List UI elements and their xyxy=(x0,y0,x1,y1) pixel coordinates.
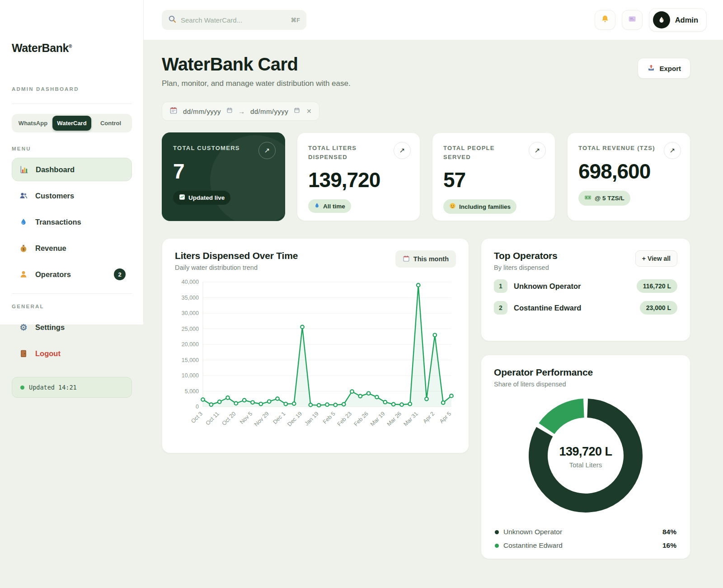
svg-text:Feb 5: Feb 5 xyxy=(322,410,337,425)
open-detail-button[interactable]: ↗ xyxy=(529,142,546,159)
calendar-icon xyxy=(403,255,410,263)
stat-badge-label: @ 5 TZS/L xyxy=(595,195,624,202)
search-shortcut: ⌘F xyxy=(291,17,300,24)
sidebar-item-label: Settings xyxy=(35,323,65,332)
range-select-button[interactable]: This month xyxy=(395,250,456,268)
tab-watercard[interactable]: WaterCard xyxy=(52,116,91,131)
stat-badge-label: All time xyxy=(323,203,345,210)
svg-text:Nov 5: Nov 5 xyxy=(239,410,254,425)
legend-percent: 16% xyxy=(662,541,676,550)
smiley-icon xyxy=(449,202,456,211)
svg-text:Dec 1: Dec 1 xyxy=(272,410,286,425)
svg-text:Oct 11: Oct 11 xyxy=(205,410,221,426)
svg-text:Oct 3: Oct 3 xyxy=(190,410,204,424)
svg-text:0: 0 xyxy=(196,404,199,410)
legend-row: Costantine Edward 16% xyxy=(494,539,677,552)
sidebar-item-logout[interactable]: Logout xyxy=(12,342,132,365)
chart-title: Liters Dispensed Over Time xyxy=(175,250,298,261)
sidebar-menu: Dashboard Customers Transactions $ Reven… xyxy=(12,158,132,286)
admin-label: Admin xyxy=(675,16,698,24)
sidebar-item-label: Transactions xyxy=(35,218,81,226)
performance-title: Operator Performance xyxy=(494,367,677,378)
export-label: Export xyxy=(659,65,681,72)
svg-text:Mar 26: Mar 26 xyxy=(386,410,403,427)
view-all-button[interactable]: + View all xyxy=(635,250,677,267)
operator-row[interactable]: 1 Unknown Operator 116,720 L xyxy=(494,279,677,293)
svg-text:20,000: 20,000 xyxy=(182,341,199,348)
performance-subtitle: Share of liters dispensed xyxy=(494,381,677,388)
tab-whatsapp[interactable]: WhatsApp xyxy=(14,116,52,131)
stat-value: 57 xyxy=(443,168,544,192)
search-input[interactable] xyxy=(181,16,286,24)
tab-control[interactable]: Control xyxy=(91,116,130,131)
money-bag-icon: $ xyxy=(18,244,29,253)
svg-text:10,000: 10,000 xyxy=(182,372,199,379)
stat-value: 7 xyxy=(173,159,274,183)
search-box[interactable]: ⌘F xyxy=(162,10,306,30)
stat-badge: Updated live xyxy=(173,191,230,205)
open-detail-button[interactable]: ↗ xyxy=(394,142,411,159)
open-detail-button[interactable]: ↗ xyxy=(664,142,681,159)
page-subtitle: Plan, monitor, and manage water distribu… xyxy=(162,79,351,88)
sidebar-item-revenue[interactable]: $ Revenue xyxy=(12,236,132,260)
svg-text:Feb 23: Feb 23 xyxy=(336,410,353,427)
calendar-outline-icon[interactable] xyxy=(226,107,233,115)
arrow-up-right-icon: ↗ xyxy=(264,146,270,155)
arrow-up-right-icon: ↗ xyxy=(670,146,676,155)
calendar-outline-icon[interactable] xyxy=(294,107,300,115)
export-button[interactable]: Export xyxy=(638,58,690,79)
date-end-field[interactable]: dd/mm/yyyy xyxy=(250,108,288,115)
stat-card-total-revenue: TOTAL REVENUE (TZS) ↗ 698,600 @ 5 TZS/L xyxy=(567,132,690,221)
divider xyxy=(12,103,132,104)
liters-line-chart: 05,00010,00015,00020,00025,00030,00035,0… xyxy=(175,278,456,438)
chart-subtitle: Daily water distribution trend xyxy=(175,264,298,271)
rank-badge: 1 xyxy=(494,279,507,293)
legend-name: Unknown Operator xyxy=(503,528,658,536)
sidebar-general-menu: ⚙ Settings Logout xyxy=(12,315,132,365)
bar-chart-icon xyxy=(19,165,29,174)
stat-badge: Including families xyxy=(443,199,516,214)
sidebar-item-label: Dashboard xyxy=(36,165,75,174)
open-detail-button[interactable]: ↗ xyxy=(258,142,276,159)
sidebar-item-operators[interactable]: Operators 2 xyxy=(12,263,132,286)
status-dot-icon xyxy=(20,386,24,390)
cards-button[interactable] xyxy=(622,10,643,30)
page-title: WaterBank Card xyxy=(162,54,351,75)
water-drop-icon xyxy=(18,218,29,226)
svg-text:15,000: 15,000 xyxy=(182,357,199,363)
operators-count-badge: 2 xyxy=(114,268,126,280)
top-operators-card: Top Operators By liters dispensed + View… xyxy=(481,238,690,341)
topbar: ⌘F Admin xyxy=(144,0,723,40)
svg-text:Nov 29: Nov 29 xyxy=(253,410,270,428)
operator-row[interactable]: 2 Costantine Edward 23,000 L xyxy=(494,301,677,315)
operator-liters-badge: 116,720 L xyxy=(637,279,677,293)
close-icon[interactable]: ✕ xyxy=(305,108,312,115)
section-label-general: GENERAL xyxy=(12,304,132,309)
donut-legend: Unknown Operator 84% Costantine Edward 1… xyxy=(494,525,677,552)
stat-card-total-liters: TOTAL LITERS DISPENSED ↗ 139,720 All tim… xyxy=(297,132,420,221)
stat-cards: TOTAL CUSTOMERS ↗ 7 Updated live TOTAL L… xyxy=(162,132,690,221)
svg-text:Apr 5: Apr 5 xyxy=(438,410,452,424)
main-content: WaterBank Card Plan, monitor, and manage… xyxy=(144,40,723,588)
calendar-icon xyxy=(169,106,178,116)
svg-text:Dec 19: Dec 19 xyxy=(286,410,303,428)
sidebar-item-settings[interactable]: ⚙ Settings xyxy=(12,315,132,339)
stat-badge: All time xyxy=(308,199,351,213)
last-updated-text: Updated 14:21 xyxy=(29,384,77,391)
notifications-button[interactable] xyxy=(595,10,615,30)
date-start-field[interactable]: dd/mm/yyyy xyxy=(183,108,221,115)
person-icon xyxy=(18,270,29,279)
admin-profile-button[interactable]: Admin xyxy=(649,8,707,32)
sidebar-item-customers[interactable]: Customers xyxy=(12,184,132,207)
banknote-icon xyxy=(584,194,592,202)
sidebar-item-label: Logout xyxy=(35,349,61,358)
svg-text:Mar 19: Mar 19 xyxy=(369,410,386,427)
gear-icon: ⚙ xyxy=(18,323,29,332)
stat-badge-label: Updated live xyxy=(188,194,225,201)
water-drop-icon xyxy=(314,202,320,210)
sidebar-item-dashboard[interactable]: Dashboard xyxy=(12,158,132,181)
date-range-filter: dd/mm/yyyy → dd/mm/yyyy ✕ xyxy=(162,102,319,121)
liters-chart-card: Liters Dispensed Over Time Daily water d… xyxy=(162,238,469,453)
svg-text:Jan 19: Jan 19 xyxy=(303,410,319,427)
sidebar-item-transactions[interactable]: Transactions xyxy=(12,210,132,234)
